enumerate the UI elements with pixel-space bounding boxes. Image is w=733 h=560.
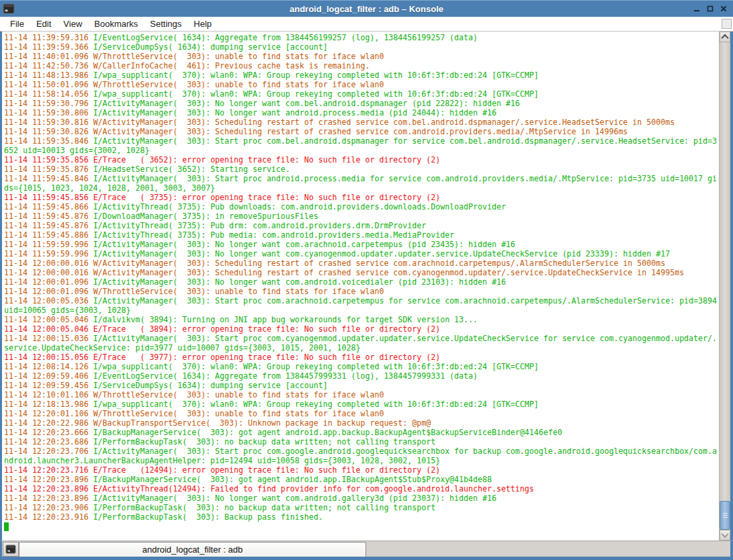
- log-line: 11-14 12:00:01.096 I/ActivityManager( 30…: [4, 277, 718, 287]
- scroll-down-button[interactable]: [720, 530, 730, 541]
- log-line: 11-14 11:48:13.986 I/wpa_supplicant( 370…: [4, 71, 718, 80]
- log-line: 11-14 11:59:30.826 W/ActivityManager( 30…: [4, 127, 718, 136]
- log-line: 11-14 12:20:23.666 I/BackupManagerServic…: [4, 428, 718, 437]
- log-line: 11-14 12:00:05.046 E/Trace ( 3894): erro…: [4, 324, 718, 334]
- log-line: 11-14 11:59:35.876 I/HeadsetService( 365…: [4, 165, 718, 174]
- log-line: 11-14 12:10:01.106 W/ThrottleService( 30…: [4, 390, 718, 400]
- log-line: 11-14 11:59:45.876 I/ActivityThread( 373…: [4, 221, 718, 230]
- scroll-up-button[interactable]: [720, 32, 730, 42]
- log-line: 11-14 11:59:30.796 I/ActivityManager( 30…: [4, 99, 718, 108]
- log-line: 11-14 11:59:35.856 E/Trace ( 3652): erro…: [4, 155, 718, 165]
- log-line: 11-14 11:59:59.996 I/ActivityManager( 30…: [4, 240, 718, 249]
- new-tab-button[interactable]: [3, 542, 19, 557]
- main-area: 11-14 11:39:59.316 I/EventLogService( 16…: [0, 32, 733, 541]
- log-line: 11-14 11:39:59.316 I/EventLogService( 16…: [4, 33, 718, 42]
- log-line: 11-14 12:00:15.036 I/ActivityManager( 30…: [4, 334, 718, 353]
- log-line: 11-14 11:42:50.736 W/CallerInfoCache( 46…: [4, 61, 718, 71]
- log-line: 11-14 12:00:00.016 W/ActivityManager( 30…: [4, 268, 718, 277]
- scrollbar-thumb[interactable]: [720, 501, 730, 530]
- title-bar[interactable]: android_logcat_filter : adb – Konsole: [0, 0, 733, 17]
- window-title: android_logcat_filter : adb – Konsole: [0, 4, 733, 14]
- menu-file[interactable]: File: [4, 17, 30, 30]
- log-line: 11-14 11:59:45.886 I/ActivityThread( 373…: [4, 230, 718, 240]
- menu-view[interactable]: View: [57, 17, 88, 30]
- chevron-up-icon: [721, 34, 728, 42]
- menu-bookmarks[interactable]: Bookmarks: [88, 17, 144, 30]
- menubar-corner-button[interactable]: [722, 19, 732, 29]
- terminal-session-icon: [5, 544, 16, 555]
- scrollbar-track[interactable]: [720, 42, 730, 530]
- menu-edit[interactable]: Edit: [30, 17, 57, 30]
- log-line: 11-14 12:20:23.686 I/PerformBackupTask( …: [4, 437, 718, 447]
- maximize-icon[interactable]: [706, 5, 714, 13]
- log-line: 11-14 11:59:30.806 I/ActivityManager( 30…: [4, 108, 718, 118]
- minimize-icon[interactable]: [693, 5, 701, 13]
- tab-label: android_logcat_filter : adb: [142, 545, 243, 555]
- log-line: 11-14 12:00:05.046 I/dalvikvm( 3894): Tu…: [4, 315, 718, 324]
- log-line: 11-14 12:08:14.126 I/wpa_supplicant( 370…: [4, 362, 718, 371]
- log-line: 11-14 12:20:22.986 W/BackupTransportServ…: [4, 418, 718, 428]
- log-line: 11-14 11:50:01.096 W/ThrottleService( 30…: [4, 80, 718, 89]
- close-icon[interactable]: [720, 5, 728, 13]
- log-line: 11-14 12:09:59.456 I/ServiceDumpSys( 163…: [4, 381, 718, 390]
- log-line: 11-14 11:39:59.366 I/ServiceDumpSys( 163…: [4, 42, 718, 52]
- log-line: 11-14 12:18:13.986 I/wpa_supplicant( 370…: [4, 400, 718, 409]
- log-line: 11-14 12:20:23.716 E/Trace (12494): erro…: [4, 465, 718, 475]
- terminal-viewport[interactable]: 11-14 11:39:59.316 I/EventLogService( 16…: [2, 32, 719, 541]
- konsole-window: android_logcat_filter : adb – Konsole Fi…: [0, 0, 733, 560]
- log-line: 11-14 12:00:01.096 W/ThrottleService( 30…: [4, 287, 718, 296]
- log-line: 11-14 12:20:23.896 E/ActivityThread(1249…: [4, 484, 718, 494]
- grip-lines-icon: [723, 513, 728, 514]
- log-line: 11-14 12:20:23.916 I/PerformBackupTask( …: [4, 512, 718, 522]
- log-line: 11-14 11:59:45.866 I/ActivityThread( 373…: [4, 202, 718, 212]
- log-line: 11-14 12:00:15.056 E/Trace ( 3977): erro…: [4, 353, 718, 362]
- log-line: 11-14 12:09:59.406 I/EventLogService( 16…: [4, 371, 718, 381]
- log-line: 11-14 11:59:35.846 I/ActivityManager( 30…: [4, 136, 718, 155]
- log-line: 11-14 12:00:00.016 W/ActivityManager( 30…: [4, 259, 718, 268]
- tab-android-logcat-filter[interactable]: android_logcat_filter : adb: [19, 542, 366, 557]
- menu-help[interactable]: Help: [187, 17, 218, 30]
- log-line: 11-14 12:20:23.706 I/ActivityManager( 30…: [4, 447, 718, 465]
- terminal-output: 11-14 11:39:59.316 I/EventLogService( 16…: [4, 33, 718, 531]
- menu-settings[interactable]: Settings: [144, 17, 187, 30]
- menu-bar: File Edit View Bookmarks Settings Help: [0, 17, 733, 32]
- tab-bar: android_logcat_filter : adb: [0, 541, 733, 560]
- log-line: 11-14 11:59:45.846 I/ActivityManager( 30…: [4, 174, 718, 193]
- chevron-down-icon: [721, 530, 728, 538]
- scrollbar[interactable]: [719, 32, 730, 541]
- log-line: 11-14 12:00:05.036 I/ActivityManager( 30…: [4, 296, 718, 315]
- konsole-app-icon: [3, 3, 15, 15]
- log-line: 11-14 12:20:23.906 I/PerformBackupTask( …: [4, 503, 718, 512]
- window-controls: [693, 5, 733, 13]
- log-line: 11-14 11:59:59.996 I/ActivityManager( 30…: [4, 249, 718, 259]
- log-line: 11-14 11:40:01.096 W/ThrottleService( 30…: [4, 52, 718, 61]
- log-line: 11-14 12:20:01.106 W/ThrottleService( 30…: [4, 409, 718, 418]
- log-line: 11-14 11:59:30.816 W/ActivityManager( 30…: [4, 118, 718, 127]
- log-line: 11-14 11:59:45.876 I/DownloadManager( 37…: [4, 212, 718, 221]
- log-line: 11-14 11:59:45.856 E/Trace ( 3735): erro…: [4, 193, 718, 202]
- log-line: 11-14 11:58:14.056 I/wpa_supplicant( 370…: [4, 89, 718, 99]
- terminal-cursor: [4, 522, 9, 531]
- log-line: 11-14 12:20:23.896 I/ActivityManager( 30…: [4, 494, 718, 503]
- log-line: 11-14 12:20:23.896 I/BackupManagerServic…: [4, 475, 718, 484]
